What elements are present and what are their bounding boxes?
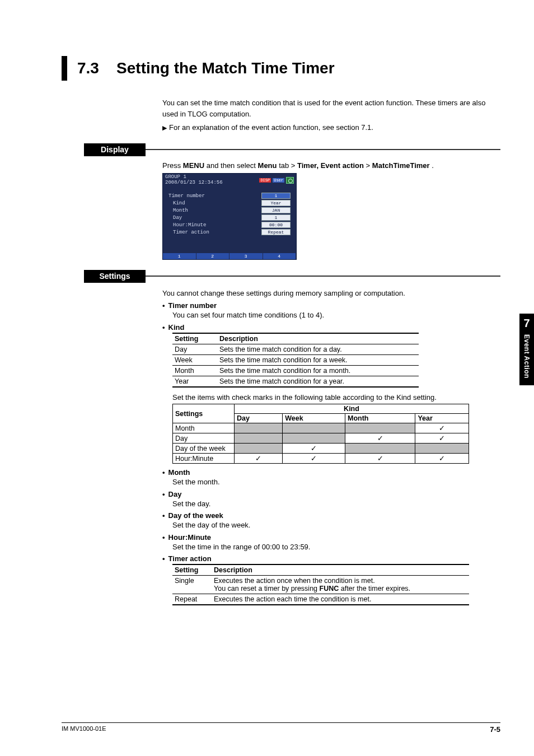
device-screenshot: GROUP 1 2008/01/23 12:34:56 DISP User Ti… [162, 173, 297, 260]
timer-action-table: Setting Description Single Executes the … [172, 564, 469, 605]
footer-page-number: 7-5 [490, 725, 500, 734]
table-row: DaySets the time match condition for a d… [172, 344, 419, 354]
table-row: WeekSets the time match condition for a … [172, 354, 419, 365]
cell-check: ✓ [283, 444, 345, 454]
ss-label: Day [168, 215, 182, 221]
ss-value: Year [261, 200, 291, 206]
cell-span-bold: FUNC [320, 585, 339, 592]
ss-badge-user: User [273, 178, 284, 183]
ss-row: Kind Year [168, 200, 291, 206]
settings-note: You cannot change these settings during … [162, 288, 500, 299]
th-col: Day [235, 414, 283, 423]
ss-label: Kind [168, 200, 185, 206]
title-accent-bar [62, 56, 67, 81]
bc-suffix: . [432, 161, 434, 170]
ss-value: JAN [261, 207, 291, 213]
desc-hm: Set the time in the range of 00:00 to 23… [172, 542, 500, 553]
th-settings: Settings [173, 404, 235, 423]
intro-crossref-text: For an explanation of the event action f… [169, 122, 373, 133]
cell: Day [172, 344, 217, 354]
item-timer-number: Timer number You can set four match time… [162, 301, 500, 321]
head-hm: Hour:Minute [162, 533, 211, 542]
head-kind: Kind [162, 323, 184, 332]
breadcrumb: Press MENU and then select Menu tab > Ti… [162, 161, 500, 170]
ss-badge-disp: DISP [259, 178, 271, 183]
ss-tabs: 1 2 3 4 [163, 253, 296, 259]
display-section-header: Display [162, 143, 500, 156]
ss-tab: 1 [163, 253, 196, 259]
ss-tab: 2 [196, 253, 230, 259]
page: 7.3 Setting the Match Time Timer You can… [0, 0, 534, 756]
ss-row-timer-number: Timer number 1 [168, 193, 291, 199]
head-timer-number: Timer number [162, 301, 217, 310]
ss-timer-number-label: Timer number [168, 193, 205, 199]
intro-crossref: ▶ For an explanation of the event action… [162, 122, 500, 133]
page-footer: IM MV1000-01E 7-5 [62, 722, 500, 734]
cell: Sets the time match condition for a mont… [217, 365, 419, 376]
ss-timer-number-value: 1 [261, 193, 291, 199]
desc-timer-number: You can set four match time conditions (… [172, 310, 500, 321]
th-description: Description [212, 564, 469, 576]
body-column: You can set the time match condition tha… [162, 97, 500, 605]
ss-row: Day 1 [168, 214, 291, 221]
cell-check: ✓ [235, 454, 283, 464]
cell: Executes the action once when the condit… [212, 576, 469, 594]
ss-label: Month [168, 208, 188, 213]
item-month: Month Set the month. [162, 468, 500, 488]
cell-shade [415, 444, 469, 454]
ss-value: 00:00 [261, 222, 291, 228]
title-label: Setting the Match Time Timer [116, 59, 334, 77]
cell: Year [172, 376, 217, 387]
kind-matrix-table: Settings Kind Day Week Month Year Month … [172, 404, 469, 464]
bc-mid3: > [366, 161, 372, 170]
cell-shade [283, 423, 345, 433]
settings-label: Settings [84, 270, 146, 283]
item-dow: Day of the week Set the day of the week. [162, 511, 500, 531]
th-col: Month [345, 414, 415, 423]
display-label: Display [84, 143, 146, 156]
ss-value: 1 [261, 214, 291, 221]
th-description: Description [217, 333, 419, 344]
bc-item1: Timer, Event action [297, 161, 364, 170]
cell-check: ✓ [345, 433, 415, 444]
ss-tab: 4 [263, 253, 297, 259]
cell-line: Executes the action once when the condit… [214, 577, 467, 585]
settings-section-header: Settings [162, 270, 500, 282]
cell-span: You can reset a timer by pressing [214, 585, 320, 592]
chapter-number: 7 [519, 317, 534, 330]
intro-paragraph-1: You can set the time match condition tha… [162, 97, 500, 120]
ss-label: Timer action [168, 230, 209, 235]
desc-dow: Set the day of the week. [172, 520, 500, 531]
kind-desc-table: Setting Description DaySets the time mat… [172, 333, 419, 388]
cell-shade [235, 423, 283, 433]
cell: Executes the action each time the condit… [212, 594, 469, 605]
table-row: Day ✓ ✓ [173, 433, 469, 444]
bc-prefix: Press [162, 161, 183, 170]
row-name: Day [173, 433, 235, 444]
cell-shade [345, 444, 415, 454]
ss-body: Timer number 1 Kind Year Month JAN Day 1… [163, 187, 296, 253]
cell-check: ✓ [415, 454, 469, 464]
cell-span: after the timer expires. [339, 585, 410, 592]
bc-tab: Menu [258, 161, 277, 170]
table-row: Repeat Executes the action each time the… [172, 594, 469, 605]
cell-shade [235, 433, 283, 444]
title-text: 7.3 Setting the Match Time Timer [77, 59, 335, 77]
desc-day: Set the day. [172, 498, 500, 510]
table-row: YearSets the time match condition for a … [172, 376, 419, 387]
display-rule [146, 149, 500, 150]
bc-mid2: tab > [279, 161, 297, 170]
arrow-icon: ▶ [162, 123, 167, 133]
item-timer-action: Timer action Setting Description Single … [162, 554, 500, 605]
chapter-label: Event Action [523, 334, 531, 379]
ss-timestamp: 2008/01/23 12:34:56 [165, 180, 223, 186]
cell: Sets the time match condition for a year… [217, 376, 419, 387]
table-row: Hour:Minute ✓ ✓ ✓ ✓ [173, 454, 469, 464]
cell: Month [172, 365, 217, 376]
cell: Sets the time match condition for a day. [217, 344, 419, 354]
th-col: Week [283, 414, 345, 423]
row-name: Day of the week [173, 444, 235, 454]
th-col: Year [415, 414, 469, 423]
ss-tab: 3 [229, 253, 263, 259]
section-title: 7.3 Setting the Match Time Timer [62, 56, 500, 81]
